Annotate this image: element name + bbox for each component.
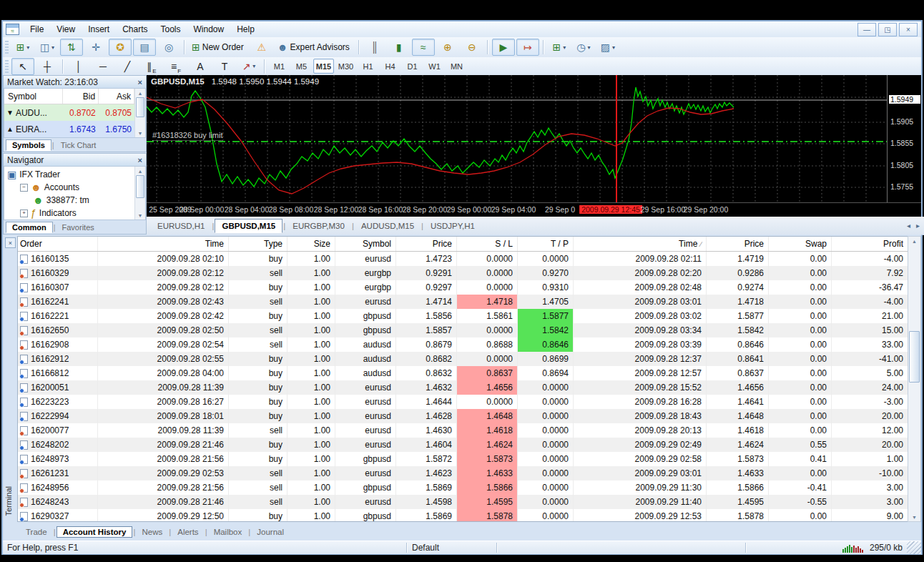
tab-symbols[interactable]: Symbols [6,139,51,151]
column-header-swap[interactable]: Swap [769,237,832,251]
scroll-left-icon[interactable]: ◂ [907,222,910,230]
table-row[interactable]: 162000512009.09.28 11:39buy1.00eurusd1.4… [18,380,908,395]
tab-favorites[interactable]: Favorites [56,222,100,232]
zoom-in-button[interactable]: ⊕ [436,39,459,56]
close-icon[interactable]: × [5,237,16,248]
timeframe-m30[interactable]: M30 [335,59,356,74]
table-row[interactable]: 161668122009.09.28 04:00buy1.00audusd0.8… [18,366,908,380]
scroll-up-icon[interactable]: ▲ [138,89,143,97]
timeframe-m1[interactable]: M1 [269,59,290,74]
text-label-button[interactable]: T [213,58,236,75]
close-icon[interactable]: × [138,156,142,164]
metaeditor-button[interactable]: ⚠ [250,39,273,56]
table-row[interactable]: 162612312009.09.29 02:53sell1.00eurusd1.… [18,466,908,480]
terminal-tab-mailbox[interactable]: Mailbox [208,527,248,537]
status-profile[interactable]: Default [408,541,496,554]
table-row[interactable]: 161603072009.09.28 02:12buy1.00eurgbp0.9… [18,280,908,295]
chart-tab-audusd-m15[interactable]: AUDUSD,M15 [355,220,421,232]
data-window-button[interactable]: ✛ [84,39,107,56]
crosshair-button[interactable]: ┼ [36,58,59,75]
strategy-tester-button[interactable]: ◎ [157,39,180,56]
menu-insert[interactable]: Insert [82,22,116,36]
close-button[interactable]: × [899,23,918,36]
auto-scroll-button[interactable]: ▶ [492,39,515,56]
market-watch-button[interactable]: ⇅ [60,39,83,56]
scroll-right-icon[interactable]: ▸ [916,222,920,230]
table-row[interactable]: 162482022009.09.28 21:46buy1.00eurusd1.4… [18,438,908,452]
chart-tab-gbpusd-m15[interactable]: GBPUSD,M15 [215,219,282,233]
table-row[interactable]: 162229942009.09.28 18:01buy1.00eurusd1.4… [18,409,908,423]
chart-tab-eurusd-h1[interactable]: EURUSD,H1 [151,220,211,232]
toolbar-grip[interactable] [5,60,9,73]
toolbar-grip[interactable] [5,41,9,54]
table-row[interactable]: 161629082009.09.28 02:54sell1.00audusd0.… [18,337,908,352]
templates-button[interactable]: ▨▾ [596,39,619,56]
text-button[interactable]: A [189,58,212,75]
column-header-size[interactable]: Size [287,237,335,251]
new-chart-button[interactable]: ⊞▾ [11,39,34,56]
table-row[interactable]: 162489562009.09.28 21:56sell1.00gbpusd1.… [18,480,908,495]
timeframe-mn[interactable]: MN [446,59,467,74]
column-header-ask[interactable]: Ask [99,89,134,104]
chart-shift-button[interactable]: ↦ [516,39,539,56]
zoom-out-button[interactable]: ⊖ [461,39,483,56]
column-header-symbol[interactable]: Symbol [4,89,63,104]
market-watch-scrollbar[interactable]: ▲ ▼ [134,89,145,137]
timeframe-d1[interactable]: D1 [402,59,423,74]
terminal-button[interactable]: ▤ [133,39,156,56]
table-scrollbar[interactable]: ▲ ▼ [908,236,921,522]
terminal-tab-account-history[interactable]: Account History [56,526,133,538]
expand-icon[interactable]: + [20,209,28,217]
scroll-thumb[interactable] [136,175,144,198]
column-header-bid[interactable]: Bid [63,89,99,104]
trendline-button[interactable]: ╱ [116,58,139,75]
table-row[interactable]: 162489732009.09.28 21:56buy1.00gbpusd1.5… [18,452,908,466]
table-row[interactable]: 161626502009.09.28 02:50sell1.00gbpusd1.… [18,323,908,337]
column-header-close-time[interactable]: Time∕ [574,237,707,251]
navigator-item[interactable]: −☻Accounts [4,181,134,194]
table-row[interactable]: 162000772009.09.28 11:39sell1.00eurusd1.… [18,423,908,438]
profiles-button[interactable]: ◫▾ [36,39,59,56]
terminal-tab-news[interactable]: News [136,527,168,537]
bar-chart-button[interactable]: ║ [363,39,386,56]
terminal-tab-trade[interactable]: Trade [20,527,53,537]
cursor-button[interactable]: ↖ [11,58,34,75]
tab-tick-chart[interactable]: Tick Chart [55,140,102,150]
price-scale[interactable]: 1.59491.59051.58551.58051.5755 [887,75,922,202]
navigator-button[interactable]: ✪ [109,39,132,56]
scroll-down-icon[interactable]: ▼ [138,129,143,137]
periods-button[interactable]: ◷▾ [572,39,595,56]
navigator-item[interactable]: +ƒIndicators [4,207,134,220]
column-header-type[interactable]: Type [229,237,287,251]
navigator-item[interactable]: ☻338877: tm [4,194,134,207]
column-header-sl[interactable]: S / L [457,237,518,251]
arrows-button[interactable]: ↗▾ [237,58,260,75]
restore-button[interactable]: ◳ [878,23,897,36]
navigator-scrollbar[interactable]: ▲ ▼ [134,167,145,220]
table-row[interactable]: 161603292009.09.28 02:12sell1.00eurgbp0.… [18,266,908,280]
candlestick-button[interactable]: ▮ [388,39,411,56]
timeframe-m15[interactable]: M15 [313,59,334,74]
column-header-symbol[interactable]: Symbol [335,237,396,251]
market-watch-row[interactable]: ▼AUDU...0.87020.8705 [4,104,134,121]
collapse-icon[interactable]: − [20,184,28,192]
terminal-tab-alerts[interactable]: Alerts [172,527,204,537]
resize-grip[interactable] [907,541,921,554]
minimize-button[interactable]: — [857,23,876,36]
column-header-profit[interactable]: Profit [832,237,908,251]
market-watch-row[interactable]: ▲EURA...1.67431.6750 [4,121,134,137]
tab-common[interactable]: Common [6,222,53,233]
timeframe-h4[interactable]: H4 [380,59,400,74]
timeframe-m5[interactable]: M5 [291,59,312,74]
terminal-tab-journal[interactable]: Journal [251,527,290,537]
menu-file[interactable]: File [24,22,50,36]
table-row[interactable]: 161601352009.09.28 02:10buy1.00eurusd1.4… [18,252,908,266]
table-row[interactable]: 162232232009.09.28 16:27buy1.00eurusd1.4… [18,395,908,409]
table-row[interactable]: 162903272009.09.29 12:50buy1.00gbpusd1.5… [18,509,908,522]
time-scale[interactable]: 25 Sep 200928 Sep 00:0028 Sep 04:0028 Se… [147,202,921,217]
scroll-thumb[interactable] [909,331,920,383]
menu-tools[interactable]: Tools [154,22,187,36]
column-header-close-price[interactable]: Price [707,237,769,251]
column-header-order[interactable]: Order [18,237,98,251]
line-chart-button[interactable]: ≈ [412,39,435,56]
